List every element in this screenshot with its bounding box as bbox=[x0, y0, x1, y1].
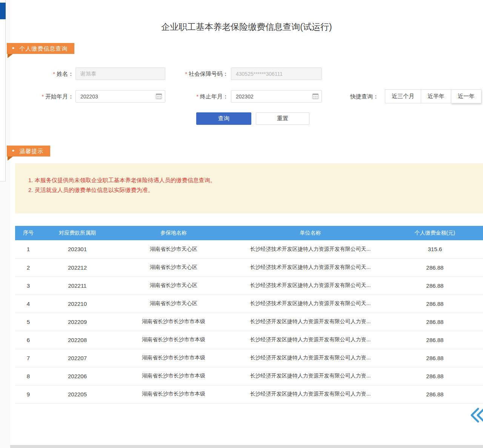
name-input[interactable] bbox=[75, 68, 165, 80]
ssn-label: *社会保障号码： bbox=[170, 68, 228, 80]
badge-fold-decoration bbox=[8, 156, 13, 161]
cell-area: 湖南省长沙市天心区 bbox=[113, 240, 234, 258]
cell-company: 长沙经济技术开发区捷特人力资源开发有限公司天... bbox=[234, 240, 387, 258]
table-row[interactable]: 4 202210 湖南省长沙市天心区 长沙经济技术开发区捷特人力资源开发有限公司… bbox=[15, 295, 483, 313]
cell-amount: 286.88 bbox=[387, 349, 483, 367]
table-row[interactable]: 3 202211 湖南省长沙市天心区 长沙经济技术开发区捷特人力资源开发有限公司… bbox=[15, 276, 483, 295]
cell-amount: 286.88 bbox=[387, 367, 483, 385]
bullet-icon: • bbox=[12, 146, 15, 156]
cell-company: 长沙经济开发区捷特人力资源开发有限公司人力资... bbox=[234, 313, 387, 331]
header-period: 对应费款所属期 bbox=[42, 226, 113, 240]
cell-area: 湖南省长沙市长沙市市本级 bbox=[113, 385, 234, 403]
cell-seq: 7 bbox=[15, 349, 42, 367]
ssn-field-wrap bbox=[231, 68, 322, 80]
name-field-wrap bbox=[75, 68, 165, 80]
collapse-chevron-icon[interactable] bbox=[469, 407, 483, 424]
table-row[interactable]: 9 202205 湖南省长沙市长沙市市本级 长沙经济开发区捷特人力资源开发有限公… bbox=[15, 385, 483, 403]
calendar-icon[interactable] bbox=[312, 94, 318, 99]
notice-line-2: 2. 灵活就业人员的缴费单位信息以实际缴费为准。 bbox=[28, 185, 475, 195]
quick-btn-last-half-year[interactable]: 近半年 bbox=[421, 89, 451, 103]
header-amount: 个人缴费金额(元) bbox=[387, 226, 483, 240]
cell-seq: 6 bbox=[15, 331, 42, 349]
cell-period: 202301 bbox=[42, 240, 113, 258]
table-row[interactable]: 7 202207 湖南省长沙市长沙市市本级 长沙经济开发区捷特人力资源开发有限公… bbox=[15, 349, 483, 367]
left-side-rail bbox=[0, 0, 6, 181]
cell-seq: 4 bbox=[15, 295, 42, 313]
cell-period: 202207 bbox=[42, 349, 113, 367]
end-month-input[interactable] bbox=[231, 90, 322, 103]
cell-amount: 286.88 bbox=[387, 331, 483, 349]
bullet-icon: • bbox=[12, 43, 15, 54]
cell-period: 202209 bbox=[42, 313, 113, 331]
cell-period: 202211 bbox=[42, 276, 113, 295]
reset-button[interactable]: 重置 bbox=[256, 112, 309, 125]
table-row[interactable]: 8 202206 湖南省长沙市长沙市市本级 长沙经济开发区捷特人力资源开发有限公… bbox=[15, 367, 483, 385]
start-month-field-wrap bbox=[75, 90, 165, 103]
table-body: 1 202301 湖南省长沙市天心区 长沙经济技术开发区捷特人力资源开发有限公司… bbox=[15, 240, 483, 403]
sidebar-accent-block[interactable] bbox=[0, 3, 6, 19]
bottom-divider-strip bbox=[10, 445, 483, 448]
cell-period: 202212 bbox=[42, 258, 113, 276]
cell-amount: 286.88 bbox=[387, 313, 483, 331]
cell-seq: 3 bbox=[15, 276, 42, 295]
quick-btn-last-3-months[interactable]: 近三个月 bbox=[385, 89, 421, 103]
cell-seq: 2 bbox=[15, 258, 42, 276]
cell-seq: 1 bbox=[15, 240, 42, 258]
page-title: 企业职工基本养老保险缴费信息查询(试运行) bbox=[10, 21, 483, 33]
table-row[interactable]: 5 202209 湖南省长沙市长沙市市本级 长沙经济开发区捷特人力资源开发有限公… bbox=[15, 313, 483, 331]
cell-amount: 286.88 bbox=[387, 295, 483, 313]
required-asterisk: * bbox=[42, 94, 44, 100]
quick-btn-last-year[interactable]: 近一年 bbox=[451, 89, 481, 103]
section-badge-query: • 个人缴费信息查询 bbox=[7, 43, 74, 54]
table-row[interactable]: 1 202301 湖南省长沙市天心区 长沙经济技术开发区捷特人力资源开发有限公司… bbox=[15, 240, 483, 258]
cell-amount: 315.6 bbox=[387, 240, 483, 258]
cell-area: 湖南省长沙市长沙市市本级 bbox=[113, 331, 234, 349]
cell-company: 长沙经济技术开发区捷特人力资源开发有限公司天... bbox=[234, 276, 387, 295]
badge-fold-decoration bbox=[8, 54, 13, 58]
query-button[interactable]: 查询 bbox=[196, 112, 251, 125]
cell-area: 湖南省长沙市长沙市市本级 bbox=[113, 349, 234, 367]
cell-company: 长沙经济开发区捷特人力资源开发有限公司人力资... bbox=[234, 349, 387, 367]
required-asterisk: * bbox=[197, 94, 198, 100]
cell-company: 长沙经济技术开发区捷特人力资源开发有限公司天... bbox=[234, 295, 387, 313]
screen: 企业职工基本养老保险缴费信息查询(试运行) • 个人缴费信息查询 *姓名： *社… bbox=[0, 0, 483, 448]
table-row[interactable]: 2 202212 湖南省长沙市天心区 长沙经济技术开发区捷特人力资源开发有限公司… bbox=[15, 258, 483, 276]
cell-company: 长沙经济开发区捷特人力资源开发有限公司人力资... bbox=[234, 385, 387, 403]
section-badge-tips: • 温馨提示 bbox=[7, 146, 50, 156]
cell-amount: 286.88 bbox=[387, 258, 483, 276]
cell-area: 湖南省长沙市长沙市市本级 bbox=[113, 313, 234, 331]
header-company: 单位名称 bbox=[234, 226, 387, 240]
name-label: *姓名： bbox=[23, 68, 74, 80]
table-header-row: 序号 对应费款所属期 参保地名称 单位名称 个人缴费金额(元) bbox=[15, 226, 483, 240]
notice-line-1: 1. 本服务仅提供尚未领取企业职工基本养老保险待遇人员的缴费信息查询。 bbox=[28, 175, 475, 185]
end-month-label: *终止年月： bbox=[177, 90, 228, 103]
cell-period: 202206 bbox=[42, 367, 113, 385]
table-row[interactable]: 6 202208 湖南省长沙市长沙市市本级 长沙经济开发区捷特人力资源开发有限公… bbox=[15, 331, 483, 349]
cell-period: 202205 bbox=[42, 385, 113, 403]
calendar-icon[interactable] bbox=[156, 94, 162, 99]
start-month-input[interactable] bbox=[75, 90, 165, 103]
cell-area: 湖南省长沙市天心区 bbox=[113, 276, 234, 295]
notice-box: 1. 本服务仅提供尚未领取企业职工基本养老保险待遇人员的缴费信息查询。 2. 灵… bbox=[15, 163, 483, 213]
cell-seq: 5 bbox=[15, 313, 42, 331]
quick-query-group: 近三个月 近半年 近一年 bbox=[385, 89, 481, 103]
cell-company: 长沙经济开发区捷特人力资源开发有限公司人力资... bbox=[234, 367, 387, 385]
cell-company: 长沙经济技术开发区捷特人力资源开发有限公司天... bbox=[234, 258, 387, 276]
ssn-input[interactable] bbox=[231, 68, 322, 80]
required-asterisk: * bbox=[53, 71, 55, 77]
cell-area: 湖南省长沙市天心区 bbox=[113, 258, 234, 276]
header-area: 参保地名称 bbox=[113, 226, 234, 240]
start-month-label: *开始年月： bbox=[23, 90, 74, 103]
cell-area: 湖南省长沙市长沙市市本级 bbox=[113, 367, 234, 385]
section-badge-query-label: 个人缴费信息查询 bbox=[19, 43, 68, 54]
cell-period: 202208 bbox=[42, 331, 113, 349]
cell-seq: 9 bbox=[15, 385, 42, 403]
cell-amount: 286.88 bbox=[387, 276, 483, 295]
header-seq: 序号 bbox=[15, 226, 42, 240]
cell-area: 湖南省长沙市天心区 bbox=[113, 295, 234, 313]
required-asterisk: * bbox=[185, 71, 187, 77]
section-badge-tips-label: 温馨提示 bbox=[19, 146, 43, 156]
quick-query-label: 快捷查询： bbox=[350, 90, 382, 103]
payment-records-table: 序号 对应费款所属期 参保地名称 单位名称 个人缴费金额(元) 1 202301… bbox=[15, 226, 483, 404]
cell-amount: 286.88 bbox=[387, 385, 483, 403]
